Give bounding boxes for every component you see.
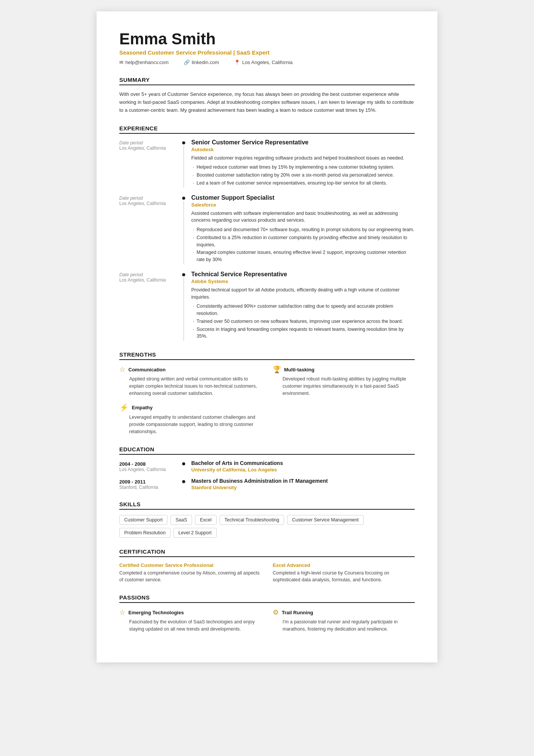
passion-desc-2: I'm a passionate trail runner and regula…: [273, 618, 415, 633]
experience-item-2: Date period Los Angeles, California Cust…: [119, 194, 415, 264]
location-contact: 📍 Los Angeles, California: [234, 59, 292, 65]
exp-dot-3: [182, 273, 185, 276]
exp-desc-3: Provided technical support for all Adobe…: [191, 286, 415, 301]
strength-name-3: Empathy: [132, 405, 153, 410]
passion-item-2: ⚙ Trail Running I'm a passionate trail r…: [273, 608, 415, 633]
resume-container: Emma Smith Seasoned Customer Service Pro…: [97, 11, 437, 662]
strengths-section: STRENGTHS ☆ Communication Applied strong…: [119, 351, 415, 435]
skills-section: SKILLS Customer Support SaaS Excel Techn…: [119, 501, 415, 538]
header: Emma Smith Seasoned Customer Service Pro…: [119, 30, 415, 65]
bullet: Helped reduce customer wait times by 15%…: [191, 164, 415, 171]
experience-title: EXPERIENCE: [119, 125, 415, 134]
edu-degree-2: Masters of Business Administration in IT…: [191, 478, 415, 484]
edu-degree-1: Bachelor of Arts in Communications: [191, 460, 415, 466]
education-item-1: 2004 - 2008 Los Angeles, California Bach…: [119, 460, 415, 473]
passion-icon-1: ☆: [119, 608, 125, 617]
cert-item-2: Excel Advanced Completed a high-level co…: [273, 562, 415, 584]
summary-section: SUMMARY With over 5+ years of Customer S…: [119, 77, 415, 114]
edu-location-2: Stanford, California: [119, 485, 180, 490]
location-icon: 📍: [234, 59, 240, 65]
education-section: EDUCATION 2004 - 2008 Los Angeles, Calif…: [119, 446, 415, 490]
skill-tag-6: Level 2 Support: [173, 528, 217, 538]
exp-location-3: Los Angeles, California: [119, 277, 180, 283]
exp-bullets-1: Helped reduce customer wait times by 15%…: [191, 164, 415, 186]
skill-tag-0: Customer Support: [119, 515, 167, 525]
passion-name-1: Emerging Technologies: [128, 610, 184, 615]
exp-desc-1: Fielded all customer inquiries regarding…: [191, 155, 415, 162]
passion-item-1: ☆ Emerging Technologies Fascinated by th…: [119, 608, 261, 633]
strengths-grid: ☆ Communication Applied strong written a…: [119, 365, 415, 435]
edu-years-2: 2009 - 2011: [119, 479, 180, 485]
passion-desc-1: Fascinated by the evolution of SaaS tech…: [119, 618, 261, 633]
cert-name-2: Excel Advanced: [273, 562, 415, 568]
strength-desc-3: Leveraged empathy to understand customer…: [119, 414, 261, 435]
skill-tag-5: Problem Resolution: [119, 528, 170, 538]
exp-role-2: Customer Support Specialist: [191, 194, 415, 201]
summary-title: SUMMARY: [119, 77, 415, 85]
candidate-name: Emma Smith: [119, 30, 415, 48]
experience-item-3: Date period Los Angeles, California Tech…: [119, 271, 415, 341]
skill-tag-1: SaaS: [170, 515, 192, 525]
cert-name-1: Certified Customer Service Professional: [119, 562, 261, 568]
passions-section: PASSIONS ☆ Emerging Technologies Fascina…: [119, 594, 415, 633]
certification-title: CERTIFICATION: [119, 548, 415, 557]
exp-date-1: Date period: [119, 140, 180, 146]
edu-years-1: 2004 - 2008: [119, 461, 180, 467]
exp-company-3: Adobe Systems: [191, 279, 415, 284]
cert-grid: Certified Customer Service Professional …: [119, 562, 415, 584]
exp-date-3: Date period: [119, 272, 180, 277]
passion-icon-2: ⚙: [273, 608, 279, 617]
exp-company-1: Autodesk: [191, 147, 415, 152]
candidate-title: Seasoned Customer Service Professional |…: [119, 49, 415, 56]
exp-role-3: Technical Service Representative: [191, 271, 415, 278]
bullet: Trained over 50 customers on new softwar…: [191, 318, 415, 325]
passions-title: PASSIONS: [119, 594, 415, 603]
strength-empathy: ⚡ Empathy Leveraged empathy to understan…: [119, 403, 261, 435]
strength-multitasking: 🏆 Multi-tasking Developed robust multi-t…: [273, 365, 415, 397]
passions-grid: ☆ Emerging Technologies Fascinated by th…: [119, 608, 415, 633]
skill-tag-2: Excel: [195, 515, 217, 525]
experience-item-1: Date period Los Angeles, California Seni…: [119, 139, 415, 188]
exp-company-2: Salesforce: [191, 202, 415, 208]
strength-name-2: Multi-tasking: [284, 367, 314, 373]
link-icon: 🔗: [184, 59, 190, 65]
bullet: Boosted customer satisfaction rating by …: [191, 172, 415, 179]
email-icon: ✉: [119, 59, 123, 65]
email-contact: ✉ help@enhancv.com: [119, 59, 169, 65]
education-item-2: 2009 - 2011 Stanford, California Masters…: [119, 478, 415, 490]
exp-bullets-3: Consistently achieved 90%+ customer sati…: [191, 303, 415, 340]
skills-list: Customer Support SaaS Excel Technical Tr…: [119, 515, 415, 538]
edu-dot-2: [182, 480, 185, 483]
edu-school-1: University of California, Los Angeles: [191, 467, 415, 473]
bullet: Managed complex customer issues, ensurin…: [191, 249, 415, 263]
exp-dot-1: [182, 141, 185, 144]
strength-desc-1: Applied strong written and verbal commun…: [119, 376, 261, 397]
edu-dot-1: [182, 462, 185, 465]
bullet: Success in triaging and forwarding compl…: [191, 326, 415, 340]
exp-bullets-2: Reproduced and documented 70+ software b…: [191, 226, 415, 263]
certification-section: CERTIFICATION Certified Customer Service…: [119, 548, 415, 584]
passion-name-2: Trail Running: [282, 610, 313, 615]
cert-item-1: Certified Customer Service Professional …: [119, 562, 261, 584]
star-icon: ☆: [119, 365, 125, 374]
skill-tag-3: Technical Troubleshooting: [220, 515, 284, 525]
bolt-icon: ⚡: [119, 403, 129, 412]
skill-tag-4: Customer Service Management: [287, 515, 364, 525]
bullet: Led a team of five customer service repr…: [191, 180, 415, 187]
edu-location-1: Los Angeles, California: [119, 467, 180, 472]
bullet: Reproduced and documented 70+ software b…: [191, 226, 415, 233]
linkedin-contact: 🔗 linkedin.com: [184, 59, 219, 65]
exp-role-1: Senior Customer Service Representative: [191, 139, 415, 146]
exp-date-2: Date period: [119, 196, 180, 201]
strength-communication: ☆ Communication Applied strong written a…: [119, 365, 261, 397]
cert-desc-2: Completed a high-level course by Courser…: [273, 570, 415, 584]
summary-text: With over 5+ years of Customer Service e…: [119, 91, 415, 114]
exp-location-1: Los Angeles, California: [119, 146, 180, 151]
exp-desc-2: Assisted customers with software impleme…: [191, 210, 415, 224]
trophy-icon: 🏆: [273, 365, 281, 374]
bullet: Consistently achieved 90%+ customer sati…: [191, 303, 415, 317]
exp-dot-2: [182, 197, 185, 200]
strength-desc-2: Developed robust multi-tasking abilities…: [273, 376, 415, 397]
bullet: Contributed to a 25% reduction in custom…: [191, 234, 415, 249]
education-title: EDUCATION: [119, 446, 415, 455]
